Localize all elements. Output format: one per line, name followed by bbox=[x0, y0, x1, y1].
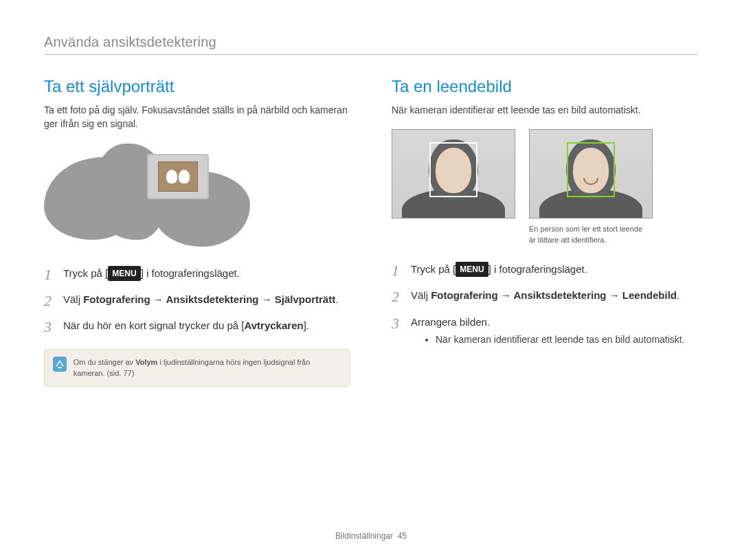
text: Tryck på [ bbox=[63, 267, 108, 279]
detection-box-active-icon bbox=[567, 142, 615, 197]
text: ] i fotograferingsläget. bbox=[141, 267, 240, 279]
face-examples bbox=[392, 129, 698, 219]
step-text: Tryck på [MENU] i fotograferingsläget. bbox=[63, 266, 350, 284]
step-text: Arrangera bilden. När kameran identifier… bbox=[411, 315, 698, 348]
step-text: Tryck på [MENU] i fotograferingsläget. bbox=[411, 262, 698, 280]
left-steps: 1 Tryck på [MENU] i fotograferingsläget.… bbox=[44, 266, 350, 337]
caption-line-2: är lättare att identifiera. bbox=[529, 236, 607, 244]
left-heading: Ta ett självporträtt bbox=[44, 77, 350, 96]
step-number: 3 bbox=[44, 318, 55, 336]
menu-path: Fotografering → Ansiktsdetektering → Lee… bbox=[431, 289, 677, 301]
text: ]. bbox=[304, 320, 309, 331]
right-steps: 1 Tryck på [MENU] i fotograferingsläget.… bbox=[392, 262, 698, 347]
text: Tryck på [ bbox=[411, 263, 456, 275]
text: Välj bbox=[411, 289, 431, 301]
text: . bbox=[335, 293, 338, 305]
footer-page-number: 45 bbox=[398, 531, 407, 541]
page-header: Använda ansiktsdetektering bbox=[44, 34, 698, 55]
header-title: Använda ansiktsdetektering bbox=[44, 34, 698, 50]
header-rule bbox=[44, 54, 698, 55]
camera-screen bbox=[158, 161, 198, 192]
footer-section: Bildinställningar bbox=[335, 531, 393, 541]
camera-icon bbox=[147, 154, 209, 199]
text: Arrangera bilden. bbox=[411, 316, 490, 328]
volume-label: Volym bbox=[135, 358, 157, 366]
step-number: 1 bbox=[392, 262, 403, 280]
mini-face-icon bbox=[179, 170, 190, 183]
step-1: 1 Tryck på [MENU] i fotograferingsläget. bbox=[44, 266, 350, 284]
step-2: 2 Välj Fotografering → Ansiktsdetekterin… bbox=[392, 288, 698, 306]
step-number: 1 bbox=[44, 266, 55, 284]
step-number: 3 bbox=[392, 315, 403, 348]
step-text: Välj Fotografering → Ansiktsdetektering … bbox=[411, 288, 698, 306]
left-column: Ta ett självporträtt Ta ett foto på dig … bbox=[44, 77, 350, 387]
step-number: 2 bbox=[392, 288, 403, 306]
face-neutral bbox=[392, 129, 515, 219]
mini-face-icon bbox=[166, 170, 177, 183]
step-text: Välj Fotografering → Ansiktsdetektering … bbox=[63, 292, 350, 310]
menu-button-label: MENU bbox=[456, 262, 488, 277]
content-columns: Ta ett självporträtt Ta ett foto på dig … bbox=[44, 77, 698, 387]
right-heading: Ta en leendebild bbox=[392, 77, 698, 96]
left-intro: Ta ett foto på dig själv. Fokusavståndet… bbox=[44, 103, 350, 131]
menu-button-label: MENU bbox=[108, 266, 140, 281]
page-footer: Bildinställningar 45 bbox=[0, 531, 742, 541]
manual-page: Använda ansiktsdetektering Ta ett självp… bbox=[0, 0, 742, 560]
text: ] i fotograferingsläget. bbox=[488, 263, 587, 275]
right-column: Ta en leendebild När kameran identifiera… bbox=[392, 77, 698, 387]
note-box: Om du stänger av Volym i ljudinställning… bbox=[44, 349, 350, 387]
detection-box-icon bbox=[429, 142, 477, 197]
note-text: Om du stänger av Volym i ljudinställning… bbox=[74, 357, 341, 379]
step-number: 2 bbox=[44, 292, 55, 310]
menu-path: Fotografering → Ansiktsdetektering → Sjä… bbox=[83, 293, 335, 305]
caption-line-1: En person som ler ett stort leende bbox=[529, 225, 642, 233]
face-smiling bbox=[529, 129, 653, 219]
text: . bbox=[677, 289, 679, 301]
text: Om du stänger av bbox=[74, 358, 136, 366]
caption: En person som ler ett stort leende är lä… bbox=[529, 224, 698, 245]
note-icon bbox=[53, 357, 67, 372]
text: När du hör en kort signal trycker du på … bbox=[63, 320, 244, 331]
right-intro: När kameran identifierar ett leende tas … bbox=[392, 103, 698, 117]
step-3: 3 Arrangera bilden. När kameran identifi… bbox=[392, 315, 698, 348]
step-2: 2 Välj Fotografering → Ansiktsdetekterin… bbox=[44, 292, 350, 310]
shutter-label: Avtryckaren bbox=[244, 320, 303, 331]
step-1: 1 Tryck på [MENU] i fotograferingsläget. bbox=[392, 262, 698, 280]
step-text: När du hör en kort signal trycker du på … bbox=[63, 318, 350, 336]
selfie-illustration bbox=[44, 144, 257, 247]
step-3: 3 När du hör en kort signal trycker du p… bbox=[44, 318, 350, 336]
step-bullet: När kameran identifierar ett leende tas … bbox=[436, 333, 698, 347]
text: Välj bbox=[63, 293, 83, 305]
